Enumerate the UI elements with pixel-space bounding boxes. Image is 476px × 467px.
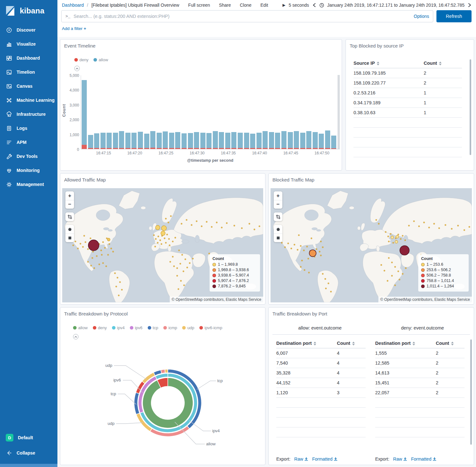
timeline-bar[interactable]: [313, 132, 318, 149]
timeline-bar[interactable]: [82, 80, 87, 149]
legend-item-allow[interactable]: allow: [93, 57, 108, 62]
timeline-bar[interactable]: [231, 132, 236, 149]
timeline-bar[interactable]: [163, 131, 168, 149]
fit-bounds-button[interactable]: [65, 212, 74, 221]
sidebar-item-management[interactable]: Management: [0, 177, 57, 191]
export-formatted-link[interactable]: Formatted: [312, 456, 338, 462]
timeline-bar[interactable]: [238, 133, 243, 149]
timeline-bar[interactable]: [263, 131, 268, 149]
sidebar-item-timelion[interactable]: Timelion: [0, 65, 57, 79]
sidebar-item-monitoring[interactable]: Monitoring: [0, 163, 57, 177]
timeline-bar[interactable]: [169, 133, 174, 149]
timeline-bar[interactable]: [325, 130, 330, 149]
zoom-in-button[interactable]: +: [65, 191, 74, 200]
timeline-bar[interactable]: [300, 133, 305, 149]
menu-full-screen[interactable]: Full screen: [188, 3, 210, 8]
scrollbar[interactable]: [470, 59, 471, 155]
allowed-map[interactable]: + − Count 1 – 1,969.81,969.8 – 3,938.63,…: [62, 188, 263, 302]
timeline-bar[interactable]: [188, 133, 193, 149]
timeline-bar[interactable]: [144, 134, 149, 149]
sidebar-item-machine-learning[interactable]: Machine Learning: [0, 93, 57, 107]
sidebar-item-logs[interactable]: Logs: [0, 121, 57, 135]
export-raw-link[interactable]: Raw: [294, 456, 308, 462]
scrollbar[interactable]: [470, 339, 472, 445]
timeline-bar[interactable]: [138, 132, 143, 149]
donut-segment-udp[interactable]: [165, 369, 168, 373]
collapse-button[interactable]: Collapse: [0, 448, 57, 464]
rectangle-select-button[interactable]: [65, 234, 74, 242]
timeline-bar[interactable]: [131, 133, 137, 149]
timeline-bar[interactable]: [107, 133, 112, 149]
export-formatted-link[interactable]: Formatted: [411, 456, 436, 462]
timeline-bar[interactable]: [119, 131, 124, 149]
zoom-out-button[interactable]: −: [274, 200, 282, 209]
timeline-bar[interactable]: [100, 133, 106, 149]
sidebar-item-apm[interactable]: APM: [0, 135, 57, 149]
sort-icon[interactable]: [413, 342, 415, 345]
legend-collapse-icon[interactable]: [74, 66, 80, 71]
rectangle-select-button[interactable]: [274, 234, 282, 242]
add-filter-link[interactable]: Add a filter +: [62, 26, 86, 31]
menu-edit[interactable]: Edit: [260, 3, 268, 8]
timeline-bar[interactable]: [294, 131, 299, 149]
timeline-bar[interactable]: [306, 131, 311, 149]
timeline-bar[interactable]: [281, 131, 286, 149]
polygon-select-button[interactable]: [65, 225, 74, 234]
timeline-bar[interactable]: [244, 133, 249, 149]
timeline-bar[interactable]: [213, 131, 218, 149]
timeline-bar[interactable]: [319, 134, 324, 149]
timeline-bar[interactable]: [157, 133, 162, 149]
timeline-bar[interactable]: [331, 136, 336, 149]
sort-icon[interactable]: [439, 62, 442, 65]
timeline-bar[interactable]: [250, 134, 255, 149]
timeline-bar[interactable]: [88, 135, 93, 149]
zoom-in-button[interactable]: +: [274, 191, 282, 200]
timeline-bar[interactable]: [269, 132, 274, 149]
search-input[interactable]: [74, 14, 411, 19]
refresh-interval[interactable]: 5 seconds: [289, 3, 309, 8]
time-range[interactable]: January 24th 2019, 16:47:12.171 to Janua…: [327, 3, 465, 8]
polygon-select-button[interactable]: [274, 225, 282, 234]
timeline-bar[interactable]: [94, 133, 99, 149]
space-switcher[interactable]: D Default: [0, 431, 57, 448]
blocked-map[interactable]: + − Count 1 – 253.6253.6 – 506.2506.2 – …: [271, 188, 472, 302]
timeline-bar[interactable]: [275, 133, 280, 149]
timeline-bar[interactable]: [219, 132, 224, 149]
timeline-bar[interactable]: [225, 133, 230, 149]
timeline-bar[interactable]: [206, 133, 212, 149]
legend-item-deny[interactable]: deny: [74, 57, 88, 62]
menu-share[interactable]: Share: [219, 3, 231, 8]
play-icon[interactable]: ▶: [282, 3, 285, 7]
refresh-button[interactable]: Refresh: [436, 10, 472, 22]
sort-icon[interactable]: [314, 342, 316, 345]
sidebar-item-dashboard[interactable]: Dashboard: [0, 51, 57, 65]
chevron-right-icon[interactable]: [468, 3, 472, 7]
timeline-bar[interactable]: [175, 132, 180, 149]
kibana-logo[interactable]: kibana: [0, 0, 57, 23]
chevron-left-icon[interactable]: [312, 3, 316, 7]
sidebar-item-visualize[interactable]: Visualize: [0, 37, 57, 51]
sidebar-item-discover[interactable]: Discover: [0, 23, 57, 37]
fit-bounds-button[interactable]: [274, 212, 282, 221]
timeline-bar[interactable]: [113, 133, 118, 149]
export-raw-link[interactable]: Raw: [393, 456, 407, 462]
zoom-out-button[interactable]: −: [65, 200, 74, 209]
search-box[interactable]: >_ Options: [61, 10, 433, 22]
timeline-bar[interactable]: [288, 132, 293, 149]
options-link[interactable]: Options: [414, 14, 429, 19]
menu-clone[interactable]: Clone: [240, 3, 252, 8]
timeline-bar[interactable]: [194, 132, 199, 149]
donut-segment-icmp[interactable]: [161, 369, 165, 374]
sort-icon[interactable]: [352, 342, 355, 345]
sidebar-item-canvas[interactable]: Canvas: [0, 79, 57, 93]
timeline-bar[interactable]: [182, 133, 187, 149]
sidebar-item-infrastructure[interactable]: Infrastructure: [0, 107, 57, 121]
breadcrumb[interactable]: Dashboard: [62, 3, 84, 8]
sort-icon[interactable]: [451, 342, 454, 345]
sort-icon[interactable]: [377, 62, 379, 65]
timeline-bar[interactable]: [200, 133, 205, 149]
timeline-bar[interactable]: [257, 133, 262, 149]
sidebar-item-dev-tools[interactable]: Dev Tools: [0, 149, 57, 163]
timeline-bar[interactable]: [150, 131, 155, 149]
timeline-bar[interactable]: [125, 133, 130, 149]
